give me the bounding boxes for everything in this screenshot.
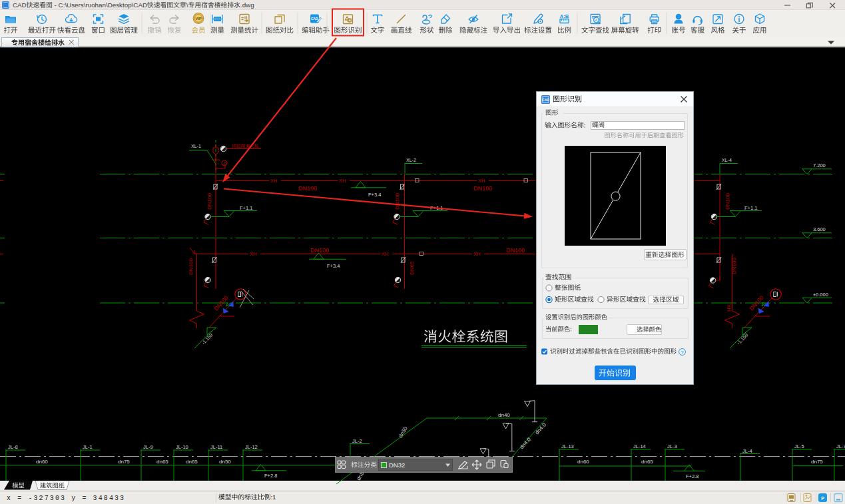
svg-text:P: P [821,496,824,501]
svg-text:?: ? [681,350,684,356]
